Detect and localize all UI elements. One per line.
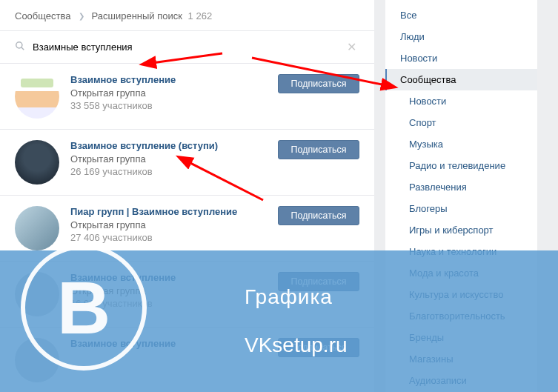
breadcrumb-root[interactable]: Сообщества [15, 10, 71, 21]
result-subtitle: Открытая группа [70, 153, 278, 165]
sidebar-subitem[interactable]: Благотворительность [385, 305, 537, 327]
subscribe-button[interactable]: Подписаться [278, 272, 359, 291]
subscribe-button[interactable]: Подписаться [278, 206, 359, 225]
subscribe-button[interactable]: Подписаться [278, 338, 359, 357]
sidebar-subitem[interactable]: Наука и технологии [385, 241, 537, 262]
search-icon [15, 41, 25, 53]
sidebar-item[interactable]: Все [385, 4, 537, 26]
sidebar-subitem[interactable]: Культура и искусство [385, 284, 537, 305]
result-title[interactable]: Пиар групп | Взаимное вступление [70, 206, 278, 217]
result-count: 33 558 участников [70, 100, 278, 111]
sidebar-subitem[interactable]: Музыка [385, 133, 537, 155]
sidebar-subitem[interactable]: Игры и киберспорт [385, 219, 537, 241]
result-subtitle: Открытая группа [70, 219, 278, 230]
result-item: Взаимное вступлениеОткрытая группа16 986… [0, 262, 374, 328]
sidebar-subitem[interactable]: Магазины [385, 348, 537, 370]
search-input[interactable] [33, 39, 344, 56]
breadcrumb-current: Расширенный поиск 1 262 [92, 10, 213, 21]
sidebar-item-communities[interactable]: Сообщества [385, 69, 537, 90]
avatar[interactable] [15, 206, 59, 250]
result-count: 27 406 участников [70, 232, 278, 243]
avatar[interactable] [15, 74, 59, 119]
result-item: Взаимное вступлениеОткрытая группа33 558… [0, 64, 374, 130]
avatar[interactable] [15, 140, 59, 185]
result-count: 1 262 [188, 10, 213, 21]
result-item: Взаимное вступление (вступи)Открытая гру… [0, 130, 374, 196]
breadcrumb: Сообщества ❯ Расширенный поиск 1 262 [0, 0, 374, 31]
sidebar: ВсеЛюдиНовости Сообщества НовостиСпортМу… [385, 0, 537, 392]
result-title[interactable]: Взаимное вступление [70, 338, 278, 349]
sidebar-subitem[interactable]: Аудиозаписи [385, 370, 537, 391]
subscribe-button[interactable]: Подписаться [278, 74, 359, 93]
close-icon[interactable]: ✕ [344, 40, 359, 54]
result-item: Пиар групп | Взаимное вступлениеОткрытая… [0, 196, 374, 262]
result-subtitle: Открытая группа [70, 285, 278, 296]
result-title[interactable]: Взаимное вступление (вступи) [70, 140, 278, 151]
subscribe-button[interactable]: Подписаться [278, 140, 359, 159]
result-title[interactable]: Взаимное вступление [70, 74, 278, 85]
chevron-right-icon: ❯ [79, 12, 84, 20]
sidebar-subitem[interactable]: Мода и красота [385, 262, 537, 284]
search-row: ✕ [0, 31, 374, 64]
sidebar-subitem[interactable]: Радио и телевидение [385, 155, 537, 176]
result-count: 16 986 участников [70, 298, 278, 309]
result-count: 26 169 участников [70, 166, 278, 177]
sidebar-subitem[interactable]: Спорт [385, 112, 537, 133]
result-subtitle: Открытая группа [70, 87, 278, 99]
sidebar-subitem[interactable]: Новости [385, 90, 537, 112]
svg-line-1 [21, 47, 24, 50]
sidebar-item[interactable]: Люди [385, 26, 537, 47]
result-title[interactable]: Взаимное вступление [70, 272, 278, 283]
results-list: Взаимное вступлениеОткрытая группа33 558… [0, 64, 374, 392]
svg-point-0 [16, 42, 22, 48]
sidebar-item[interactable]: Новости [385, 47, 537, 69]
sidebar-subitem[interactable]: Развлечения [385, 176, 537, 198]
avatar[interactable] [15, 338, 59, 382]
sidebar-subitem[interactable]: Бренды [385, 327, 537, 348]
main-column: Сообщества ❯ Расширенный поиск 1 262 ✕ В… [0, 0, 374, 392]
result-item: Взаимное вступлениеПодписаться [0, 328, 374, 392]
sidebar-subitem[interactable]: Блогеры [385, 198, 537, 219]
avatar[interactable] [15, 272, 59, 316]
